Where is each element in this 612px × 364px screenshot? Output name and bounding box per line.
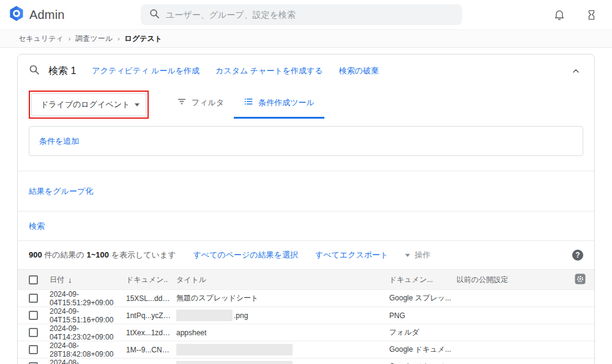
search-card: 検索 1 アクティビティ ルールを作成 カスタム チャートを作成する 検索の破棄… xyxy=(17,54,595,364)
column-date[interactable]: 日付 xyxy=(50,275,64,285)
tab-condition-builder[interactable]: 条件作成ツール xyxy=(234,89,324,119)
results-summary: 900 件の結果の 1~100 を表示しています xyxy=(29,250,176,261)
help-icon[interactable]: ? xyxy=(572,250,583,261)
row-checkbox[interactable] xyxy=(29,345,38,354)
admin-logo[interactable]: Admin xyxy=(9,6,141,24)
run-search-link[interactable]: 検索 xyxy=(29,221,45,231)
breadcrumb-security[interactable]: セキュリティ xyxy=(18,34,64,44)
row-title: appsheet xyxy=(176,329,389,337)
tab-filter-label: フィルタ xyxy=(192,97,224,108)
select-all-checkbox[interactable] xyxy=(29,275,38,284)
row-date: 2024-09-04T14:23:02+09:00 xyxy=(50,324,126,341)
create-custom-chart-link[interactable]: カスタム チャートを作成する xyxy=(215,65,323,76)
data-source-dropdown[interactable]: ドライブのログイベント xyxy=(31,93,146,116)
create-activity-rule-link[interactable]: アクティビティ ルールを作成 xyxy=(92,65,200,76)
redacted-title-block xyxy=(176,361,293,364)
select-all-pages-link[interactable]: すべてのページの結果を選択 xyxy=(193,250,298,261)
top-app-bar: Admin xyxy=(0,0,612,29)
breadcrumb-separator-icon: › xyxy=(69,35,71,42)
table-body: 2024-09-04T15:51:29+09:00 15XSL...ddqU3r… xyxy=(18,289,594,364)
row-date: 2024-08-28T18:42:08+09:00 xyxy=(50,341,126,358)
collapse-chevron-up-icon[interactable] xyxy=(569,64,583,78)
dropdown-arrow-icon xyxy=(405,254,410,257)
redacted-title-block xyxy=(176,310,233,321)
table-row[interactable]: 2024-08-28T18:42:08+09:00 1M--9...CNpZ8x… xyxy=(18,341,594,358)
row-doc-id: 1tXex...1zdeoOAf xyxy=(126,329,176,337)
column-title[interactable]: タイトル xyxy=(176,275,389,285)
table-row[interactable]: 2024-09-04T15:51:16+09:00 1ntPq...ycZM8w… xyxy=(18,306,594,324)
search-action-row: 検索 xyxy=(18,212,594,240)
sort-descending-icon[interactable]: ↓ xyxy=(68,275,72,284)
row-date: 2024-09-04T15:51:16+09:00 xyxy=(50,307,126,324)
row-checkbox[interactable] xyxy=(29,294,38,303)
results-range: 1~100 xyxy=(87,250,110,259)
actions-label: 操作 xyxy=(414,250,430,261)
breadcrumb-separator-icon: › xyxy=(118,35,120,42)
column-doc-type[interactable]: ドキュメン... xyxy=(389,275,457,285)
row-date: 2024-09-04T15:51:29+09:00 xyxy=(50,290,126,307)
global-search-input[interactable] xyxy=(166,10,453,20)
global-search-bar[interactable] xyxy=(141,4,462,25)
group-results-link[interactable]: 結果をグループ化 xyxy=(29,187,93,196)
table-row[interactable]: 2024-09-04T15:51:29+09:00 15XSL...ddqU3r… xyxy=(18,289,594,306)
admin-logo-icon xyxy=(9,6,24,24)
search-card-header: 検索 1 アクティビティ ルールを作成 カスタム チャートを作成する 検索の破棄 xyxy=(18,54,594,84)
row-doc-type: PNG xyxy=(389,311,457,320)
row-title: .png xyxy=(176,310,389,321)
column-doc-id[interactable]: ドキュメン.. xyxy=(126,275,176,285)
breadcrumb-log-test: ログテスト xyxy=(125,34,162,44)
column-prev-visibility[interactable]: 以前の公開設定 xyxy=(457,275,567,285)
search-title: 検索 1 xyxy=(48,65,76,78)
breadcrumb-investigation-tool[interactable]: 調査ツール xyxy=(75,34,113,44)
dropdown-arrow-icon xyxy=(135,103,140,106)
results-bar: 900 件の結果の 1~100 を表示しています すべてのページの結果を選択 す… xyxy=(18,241,594,269)
row-doc-type: Google ドキュメ... xyxy=(389,344,457,355)
row-date: 2024-08-28T18:39:07+09:00 xyxy=(50,358,126,364)
add-condition-link[interactable]: 条件を追加 xyxy=(39,136,79,146)
row-doc-id: 1M--9...CNpZ8xLc xyxy=(126,346,176,354)
notifications-bell-icon[interactable] xyxy=(552,7,567,22)
condition-box: 条件を追加 xyxy=(29,126,583,156)
row-checkbox[interactable] xyxy=(29,328,38,337)
tab-filter[interactable]: フィルタ xyxy=(167,89,234,119)
table-row[interactable]: 2024-09-04T14:23:02+09:00 1tXex...1zdeoO… xyxy=(18,324,594,341)
breadcrumb: セキュリティ › 調査ツール › ログテスト xyxy=(0,29,612,48)
results-summary-text: 件の結果の xyxy=(42,250,87,259)
export-all-link[interactable]: すべてエクスポート xyxy=(315,250,388,261)
search-icon xyxy=(149,9,160,21)
row-doc-type: Google ドキュメ... xyxy=(389,362,457,364)
results-summary-text: を表示しています xyxy=(109,250,176,259)
page-content: 検索 1 アクティビティ ルールを作成 カスタム チャートを作成する 検索の破棄… xyxy=(0,48,612,364)
row-title xyxy=(176,344,389,355)
filter-funnel-icon xyxy=(177,97,187,108)
results-count: 900 xyxy=(29,250,42,259)
row-title: 無題のスプレッドシート xyxy=(176,293,389,303)
row-doc-id: 1ntPq...ycZM8wSH xyxy=(126,311,176,320)
redacted-title-block xyxy=(176,344,293,355)
row-doc-type: フォルダ xyxy=(389,327,457,338)
data-source-value: ドライブのログイベント xyxy=(40,99,130,110)
group-results-row: 結果をグループ化 xyxy=(18,171,594,211)
data-source-row: ドライブのログイベント フィルタ 条件作成ツール xyxy=(18,84,594,119)
row-checkbox[interactable] xyxy=(29,311,38,320)
search-icon xyxy=(29,64,40,78)
table-row[interactable]: 2024-08-28T18:39:07+09:00 1M--9...CNpZ8x… xyxy=(18,358,594,364)
red-annotation-box: ドライブのログイベント xyxy=(29,91,149,119)
actions-dropdown[interactable]: 操作 xyxy=(405,250,430,261)
tab-bar: フィルタ 条件作成ツール xyxy=(167,89,324,119)
discard-search-link[interactable]: 検索の破棄 xyxy=(339,65,379,76)
tab-condition-builder-label: 条件作成ツール xyxy=(258,97,315,108)
row-doc-type: Google スプレッ... xyxy=(389,293,457,303)
app-title: Admin xyxy=(29,8,65,22)
list-icon xyxy=(244,97,253,108)
hourglass-icon[interactable] xyxy=(584,7,599,22)
manage-columns-gear-icon[interactable] xyxy=(575,273,586,286)
row-title xyxy=(176,361,389,364)
row-doc-id: 15XSL...ddqU3rR4 xyxy=(126,294,176,303)
table-header: 日付 ↓ ドキュメン.. タイトル ドキュメン... 以前の公開設定 xyxy=(18,269,594,289)
